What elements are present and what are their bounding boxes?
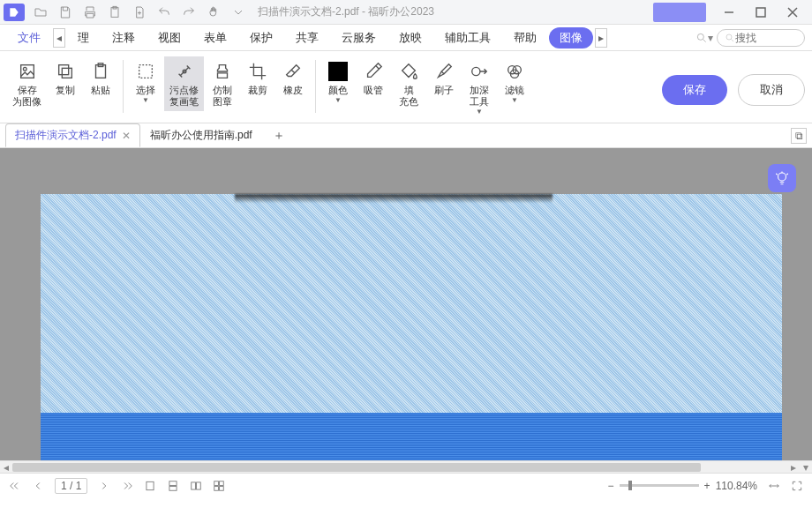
tab-label: 福昕办公使用指南.pdf (150, 128, 252, 143)
status-bar: 1 / 1 − + 110.84% (0, 473, 812, 497)
svg-rect-18 (147, 481, 154, 489)
document-viewport[interactable]: ◂▸ ▾ (0, 148, 812, 473)
svg-rect-19 (169, 481, 177, 485)
view-mode-3-icon[interactable] (190, 480, 202, 492)
qat-dropdown-icon[interactable] (229, 4, 247, 21)
search-options-icon[interactable]: ▾ (695, 29, 713, 47)
search-input[interactable] (735, 32, 788, 44)
menu-scroll-left[interactable]: ◂ (53, 28, 65, 48)
horizontal-scrollbar[interactable]: ◂▸ (0, 460, 800, 473)
help-bulb-button[interactable] (768, 164, 796, 192)
tool-select[interactable]: 选择▼ (129, 56, 162, 108)
new-tab-button[interactable]: ＋ (273, 128, 285, 144)
zoom-in-button[interactable]: + (704, 480, 710, 492)
print-icon[interactable] (81, 4, 99, 21)
last-page-button[interactable] (121, 480, 133, 492)
menu-protect[interactable]: 保护 (239, 27, 283, 49)
clipboard-icon[interactable] (106, 4, 124, 21)
zoom-out-button[interactable]: − (608, 480, 614, 492)
minimize-button[interactable] (713, 0, 745, 25)
svg-point-13 (472, 67, 480, 75)
view-mode-4-icon[interactable] (213, 480, 225, 492)
tab-doc-1[interactable]: 扫描件演示文档-2.pdf✕ (5, 123, 140, 147)
svg-rect-8 (59, 65, 69, 75)
tool-eyedropper[interactable]: 吸管 (357, 56, 390, 100)
tab-close-icon[interactable]: ✕ (122, 130, 131, 142)
menu-help[interactable]: 帮助 (503, 27, 547, 49)
add-page-icon[interactable] (131, 4, 148, 21)
menu-file[interactable]: 文件 (7, 27, 51, 49)
zoom-level[interactable]: 110.84% (716, 480, 757, 492)
view-mode-2-icon[interactable] (167, 480, 179, 492)
document-tab-bar: 扫描件演示文档-2.pdf✕ 福昕办公使用指南.pdf ＋ ⧉ (0, 123, 812, 148)
first-page-button[interactable] (9, 480, 21, 492)
menu-cloud[interactable]: 云服务 (331, 27, 387, 49)
svg-rect-23 (214, 481, 219, 485)
tool-filter[interactable]: 滤镜▼ (498, 56, 531, 108)
menu-present[interactable]: 放映 (388, 27, 432, 49)
color-swatch (328, 62, 348, 81)
tool-brush[interactable]: 刷子 (427, 56, 461, 100)
account-badge[interactable] (653, 3, 706, 22)
svg-rect-22 (197, 481, 201, 489)
svg-rect-11 (139, 65, 153, 78)
app-logo (4, 4, 25, 21)
svg-rect-7 (62, 68, 71, 78)
tool-fill[interactable]: 填 充色 (392, 56, 425, 111)
svg-rect-25 (214, 486, 219, 490)
tool-save-as-image[interactable]: 保存 为图像 (7, 56, 47, 111)
undo-icon[interactable] (155, 4, 173, 21)
menu-li[interactable]: 理 (67, 27, 100, 49)
menu-share[interactable]: 共享 (285, 27, 329, 49)
menu-comment[interactable]: 注释 (102, 27, 146, 49)
svg-rect-20 (169, 486, 177, 490)
quick-access-toolbar (32, 4, 247, 21)
close-button[interactable] (777, 0, 808, 25)
menu-assist[interactable]: 辅助工具 (434, 27, 501, 49)
tool-clone-stamp[interactable]: 仿制 图章 (206, 56, 239, 111)
svg-point-17 (778, 173, 786, 181)
tool-eraser[interactable]: 橡皮 (276, 56, 310, 100)
tool-crop[interactable]: 裁剪 (241, 56, 274, 100)
page-canvas (41, 194, 782, 473)
prev-page-button[interactable] (32, 480, 44, 492)
save-icon[interactable] (56, 4, 74, 21)
page-indicator[interactable]: 1 / 1 (55, 478, 87, 494)
svg-point-6 (23, 67, 26, 71)
svg-rect-21 (192, 481, 196, 489)
view-mode-1-icon[interactable] (144, 480, 156, 492)
cancel-button[interactable]: 取消 (738, 74, 805, 106)
redo-icon[interactable] (180, 4, 198, 21)
next-page-button[interactable] (98, 480, 110, 492)
svg-point-3 (697, 34, 703, 40)
panel-toggle-icon[interactable]: ⧉ (791, 128, 807, 144)
menu-form[interactable]: 表单 (193, 27, 237, 49)
menu-bar: 文件 ◂ 理 注释 视图 表单 保护 共享 云服务 放映 辅助工具 帮助 图像 … (0, 25, 812, 51)
zoom-slider[interactable] (620, 484, 699, 487)
tool-color[interactable]: 颜色▼ (321, 56, 355, 108)
tool-paste[interactable]: 粘贴 (84, 56, 117, 100)
tab-doc-2[interactable]: 福昕办公使用指南.pdf (140, 123, 262, 147)
title-bar: 扫描件演示文档-2.pdf - 福昕办公2023 (0, 0, 812, 25)
scroll-corner: ▾ (800, 460, 812, 473)
menu-scroll-right[interactable]: ▸ (595, 28, 607, 48)
search-box[interactable] (717, 29, 805, 47)
fullscreen-icon[interactable] (791, 480, 803, 492)
svg-rect-2 (756, 8, 765, 17)
tab-label: 扫描件演示文档-2.pdf (15, 128, 117, 143)
save-button[interactable]: 保存 (662, 75, 727, 105)
zoom-control: − + 110.84% (608, 480, 757, 492)
window-title: 扫描件演示文档-2.pdf - 福昕办公2023 (258, 4, 434, 19)
svg-point-4 (726, 34, 732, 40)
maximize-button[interactable] (745, 0, 777, 25)
tool-copy[interactable]: 复制 (49, 56, 82, 100)
svg-rect-26 (220, 486, 224, 490)
menu-image[interactable]: 图像 (549, 27, 593, 49)
tool-deepen[interactable]: 加深 工具▼ (462, 56, 496, 119)
hand-icon[interactable] (205, 4, 222, 21)
tool-heal-brush[interactable]: 污点修 复画笔 (164, 56, 204, 111)
fit-width-icon[interactable] (768, 480, 780, 492)
menu-view[interactable]: 视图 (147, 27, 192, 49)
open-icon[interactable] (32, 4, 49, 21)
ribbon-toolbar: 保存 为图像 复制 粘贴 选择▼ 污点修 复画笔 仿制 图章 裁剪 橡皮 颜色▼… (0, 51, 812, 123)
